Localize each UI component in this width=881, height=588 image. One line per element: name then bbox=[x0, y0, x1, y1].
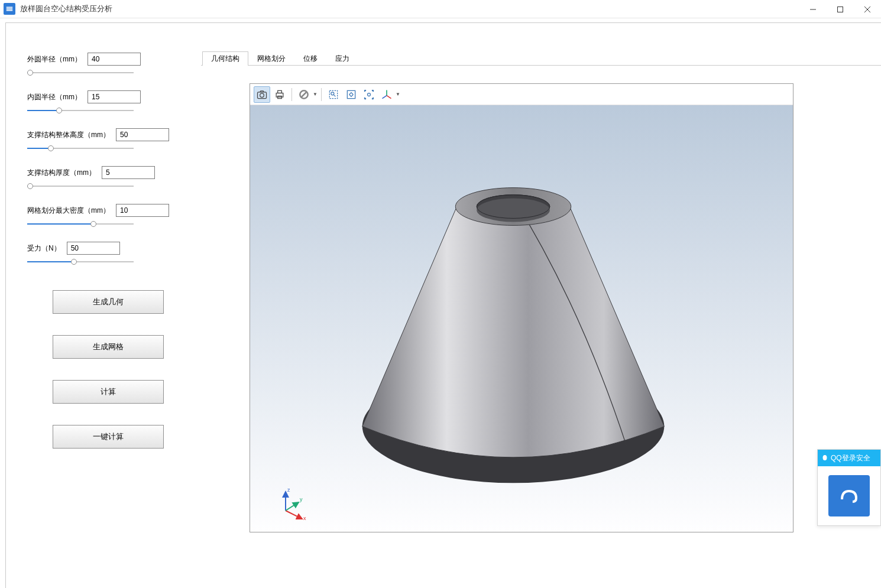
svg-rect-3 bbox=[276, 93, 283, 97]
param-group: 支撑结构整体高度（mm） bbox=[27, 128, 189, 153]
tab-row: 几何结构网格划分位移应力 bbox=[201, 53, 881, 66]
axes-tool-dropdown[interactable]: ▼ bbox=[378, 86, 400, 103]
sidebar: 外圆半径（mm） 内圆半径（mm） 支撑结构整体高度（mm） 支撑结构厚度（ bbox=[6, 23, 201, 588]
svg-line-14 bbox=[387, 95, 391, 98]
param-label: 受力（N） bbox=[27, 243, 61, 254]
close-button[interactable] bbox=[854, 0, 881, 18]
viewport-toolbar: ▼ bbox=[250, 84, 793, 105]
svg-text:y: y bbox=[300, 496, 303, 502]
param-slider[interactable] bbox=[27, 181, 134, 191]
svg-text:x: x bbox=[303, 515, 306, 521]
param-label: 外圆半径（mm） bbox=[27, 54, 82, 64]
param-label: 网格划分最大密度（mm） bbox=[27, 206, 110, 216]
qq-logo-icon bbox=[828, 475, 870, 516]
param-input[interactable] bbox=[116, 204, 169, 217]
tab-几何结构[interactable]: 几何结构 bbox=[202, 51, 248, 66]
svg-rect-4 bbox=[278, 90, 282, 93]
param-group: 外圆半径（mm） bbox=[27, 53, 189, 77]
param-group: 网格划分最大密度（mm） bbox=[27, 204, 189, 229]
fit-all-tool[interactable] bbox=[361, 86, 377, 103]
svg-point-27 bbox=[823, 455, 827, 460]
toolbar-separator bbox=[321, 88, 322, 101]
param-label: 支撑结构整体高度（mm） bbox=[27, 130, 110, 140]
viewport-3d[interactable]: ▼ bbox=[250, 83, 793, 532]
svg-rect-11 bbox=[347, 90, 355, 98]
param-input[interactable] bbox=[102, 166, 155, 179]
svg-line-15 bbox=[382, 95, 387, 98]
generate-mesh-button[interactable]: 生成网格 bbox=[53, 335, 164, 359]
param-input[interactable] bbox=[116, 128, 169, 141]
qq-login-widget[interactable]: QQ登录安全 bbox=[817, 449, 881, 526]
param-group: 支撑结构厚度（mm） bbox=[27, 166, 189, 191]
svg-point-2 bbox=[260, 93, 264, 97]
main-panel: 几何结构网格划分位移应力 bbox=[201, 23, 881, 588]
param-slider[interactable] bbox=[27, 219, 134, 229]
app-icon bbox=[4, 3, 15, 15]
param-input[interactable] bbox=[88, 53, 141, 66]
qq-header-label: QQ登录安全 bbox=[831, 453, 870, 463]
calculate-button[interactable]: 计算 bbox=[53, 380, 164, 404]
tab-网格划分[interactable]: 网格划分 bbox=[248, 51, 294, 66]
qq-widget-header: QQ登录安全 bbox=[818, 450, 880, 466]
axis-triad: z x y bbox=[274, 486, 309, 521]
generate-geometry-button[interactable]: 生成几何 bbox=[53, 290, 164, 314]
svg-point-12 bbox=[367, 93, 370, 96]
param-input[interactable] bbox=[67, 242, 120, 255]
titlebar: 放样圆台空心结构受压分析 bbox=[0, 0, 881, 18]
one-click-calc-button[interactable]: 一键计算 bbox=[53, 425, 164, 449]
qq-penguin-icon bbox=[821, 454, 828, 462]
svg-text:z: z bbox=[287, 487, 290, 493]
param-label: 支撑结构厚度（mm） bbox=[27, 168, 96, 178]
minimize-button[interactable] bbox=[799, 0, 827, 18]
param-slider[interactable] bbox=[27, 68, 134, 77]
clear-tool-dropdown[interactable]: ▼ bbox=[296, 86, 318, 103]
app-frame: 外圆半径（mm） 内圆半径（mm） 支撑结构整体高度（mm） 支撑结构厚度（ bbox=[5, 22, 881, 588]
param-group: 内圆半径（mm） bbox=[27, 90, 189, 115]
param-label: 内圆半径（mm） bbox=[27, 92, 82, 102]
svg-line-10 bbox=[333, 95, 335, 96]
param-slider[interactable] bbox=[27, 106, 134, 115]
tab-应力[interactable]: 应力 bbox=[326, 51, 358, 66]
svg-line-25 bbox=[286, 502, 299, 511]
toolbar-separator bbox=[291, 88, 292, 101]
window-title: 放样圆台空心结构受压分析 bbox=[20, 4, 112, 14]
zoom-box-tool[interactable] bbox=[325, 86, 342, 103]
tab-位移[interactable]: 位移 bbox=[294, 51, 326, 66]
svg-point-9 bbox=[331, 92, 334, 95]
svg-line-23 bbox=[286, 511, 302, 519]
dropdown-arrow-icon: ▼ bbox=[313, 92, 318, 97]
cone-render[interactable]: z x y bbox=[250, 105, 793, 532]
svg-line-7 bbox=[301, 92, 307, 98]
dropdown-arrow-icon: ▼ bbox=[396, 92, 400, 97]
maximize-button[interactable] bbox=[827, 0, 854, 18]
param-slider[interactable] bbox=[27, 144, 134, 153]
print-tool[interactable] bbox=[271, 86, 288, 103]
svg-rect-0 bbox=[838, 7, 843, 12]
fit-tool[interactable] bbox=[343, 86, 359, 103]
param-slider[interactable] bbox=[27, 257, 134, 267]
snapshot-tool[interactable] bbox=[254, 86, 270, 103]
param-input[interactable] bbox=[88, 90, 141, 103]
param-group: 受力（N） bbox=[27, 242, 189, 267]
